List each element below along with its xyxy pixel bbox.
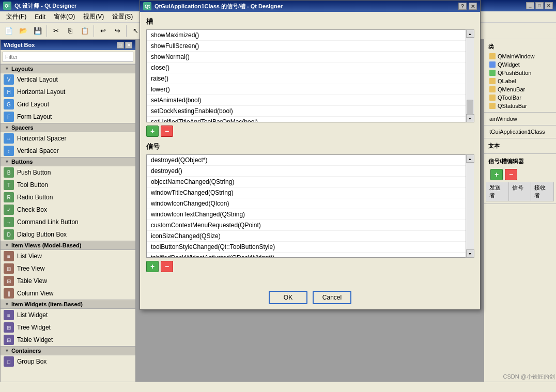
signal-add-button[interactable]: + — [490, 169, 503, 180]
menu-view[interactable]: 视图(V) — [79, 11, 108, 22]
slot-item-setunifiedtitle[interactable]: setUnifiedTitleAndToolBarOnMac(bool) — [147, 117, 473, 122]
widget-list-widget[interactable]: ≡ List Widget — [1, 309, 135, 321]
signal-item-iconsizechanged[interactable]: iconSizeChanged(QSize) — [147, 231, 473, 242]
slot-scroll-up[interactable]: ▲ — [466, 29, 474, 38]
signal-editor-controls: + − — [486, 167, 554, 182]
widget-tool-button[interactable]: T Tool Button — [1, 179, 135, 191]
signal-remove-button[interactable]: − — [505, 169, 517, 180]
widget-box-title-buttons: □ ✕ — [117, 42, 132, 49]
widget-vertical-spacer[interactable]: ↕ Vertical Spacer — [1, 145, 135, 157]
signal-remove-button-2[interactable]: − — [161, 261, 173, 272]
widget-dialog-button-box[interactable]: D Dialog Button Box — [1, 228, 135, 241]
signal-item-destroyed-obj[interactable]: destroyed(QObject*) — [147, 155, 473, 166]
section-containers[interactable]: Containers — [1, 346, 135, 355]
slot-item-raise[interactable]: raise() — [147, 73, 473, 84]
close-button[interactable]: ✕ — [545, 2, 553, 9]
widget-box-float-button[interactable]: □ — [117, 42, 124, 49]
menu-settings[interactable]: 设置(S) — [108, 11, 137, 22]
dialog-help-button[interactable]: ? — [458, 3, 467, 10]
dialog-close-button[interactable]: ✕ — [469, 3, 477, 10]
slot-scroll-thumb[interactable] — [467, 100, 473, 115]
widget-horizontal-spacer[interactable]: ↔ Horizontal Spacer — [1, 132, 135, 145]
undo-button[interactable]: ↩ — [96, 24, 110, 38]
signal-item-toolbuttonstylechanged[interactable]: toolButtonStyleChanged(Qt::ToolButtonSty… — [147, 242, 473, 253]
open-button[interactable]: 📂 — [17, 24, 30, 38]
widget-form-layout[interactable]: F Form Layout — [1, 111, 135, 123]
signal-item-windowtitlechanged[interactable]: windowTitleChanged(QString) — [147, 187, 473, 198]
dialog-button-box-icon: D — [4, 229, 14, 240]
widget-grid-layout[interactable]: G Grid Layout — [1, 98, 135, 111]
cancel-button[interactable]: Cancel — [313, 291, 351, 304]
section-item-widgets[interactable]: Item Widgets (Item-Based) — [1, 300, 135, 309]
copy-button[interactable]: ⎘ — [64, 24, 77, 38]
slot-scroll-down[interactable]: ▼ — [466, 114, 474, 122]
class-item-qmainwindow[interactable]: QMainWindow — [486, 52, 554, 60]
class-item-qpushbutton[interactable]: QPushButton — [486, 69, 554, 77]
minimize-button[interactable]: _ — [526, 2, 534, 9]
dialog-footer: OK Cancel — [140, 285, 480, 310]
class-item-qlabel[interactable]: QLabel — [486, 77, 554, 85]
widget-tree-widget[interactable]: ⊞ Tree Widget — [1, 321, 135, 334]
widget-box-title: Widget Box □ ✕ — [1, 40, 135, 50]
slot-item-lower[interactable]: lower() — [147, 84, 473, 95]
list-view-icon: ≡ — [4, 251, 14, 261]
widget-horizontal-layout[interactable]: H Horizontal Layout — [1, 86, 135, 98]
menu-file[interactable]: 文件(F) — [2, 11, 30, 22]
ok-button[interactable]: OK — [269, 291, 307, 304]
section-spacers[interactable]: Spacers — [1, 123, 135, 132]
maximize-button[interactable]: □ — [535, 2, 544, 9]
signal-item-windowiconchanged[interactable]: windowIconChanged(QIcon) — [147, 198, 473, 209]
class-item-qtoolbar[interactable]: QToolBar — [486, 93, 554, 102]
main-window: Qt Qt 设计师 - Qt Designer _ □ ✕ 文件(F) Edit… — [0, 0, 556, 392]
widget-table-view[interactable]: ⊟ Table View — [1, 275, 135, 287]
slot-item-showmaximized[interactable]: showMaximized() — [147, 30, 473, 41]
section-layouts[interactable]: Layouts — [1, 64, 135, 73]
widget-push-button[interactable]: B Push Button — [1, 166, 135, 179]
signal-item-windowicontextchanged[interactable]: windowIconTextChanged(QString) — [147, 209, 473, 220]
widget-list-view[interactable]: ≡ List View — [1, 250, 135, 262]
slot-remove-button[interactable]: − — [161, 126, 173, 137]
redo-button[interactable]: ↪ — [111, 24, 124, 38]
signal-scroll-down[interactable]: ▼ — [466, 249, 474, 258]
class-item-qstatusbar[interactable]: QStatusBar — [486, 102, 554, 110]
slot-item-setanimated[interactable]: setAnimated(bool) — [147, 95, 473, 106]
new-button[interactable]: 📄 — [2, 24, 16, 38]
menu-edit[interactable]: Edit — [30, 12, 50, 22]
obj-mainwindow[interactable]: ainWindow — [486, 115, 554, 123]
signal-scroll-up[interactable]: ▲ — [466, 154, 474, 163]
command-link-button-icon: → — [4, 217, 14, 227]
widget-command-link-button[interactable]: → Command Link Button — [1, 216, 135, 228]
class-item-qwidget[interactable]: QWidget — [486, 60, 554, 69]
widget-table-widget[interactable]: ⊟ Table Widget — [1, 334, 135, 346]
widget-group-box[interactable]: □ Group Box — [1, 355, 135, 368]
section-buttons[interactable]: Buttons — [1, 157, 135, 166]
section-item-views[interactable]: Item Views (Model-Based) — [1, 241, 135, 250]
signal-item-customcontextmenurequested[interactable]: customContextMenuRequested(QPoint) — [147, 220, 473, 231]
slot-item-setdocknesting[interactable]: setDockNestingEnabled(bool) — [147, 106, 473, 117]
slot-item-shownormal[interactable]: showNormal() — [147, 52, 473, 62]
signal-list[interactable]: destroyed(QObject*) destroyed() objectNa… — [146, 154, 474, 258]
filter-input[interactable] — [3, 52, 133, 62]
cut-button[interactable]: ✂ — [49, 24, 63, 38]
paste-button[interactable]: 📋 — [78, 24, 91, 38]
text-label: 文本 — [486, 140, 554, 151]
menu-form[interactable]: 窗体(O) — [50, 11, 79, 22]
save-button[interactable]: 💾 — [31, 24, 44, 38]
qmenubar-icon — [489, 86, 496, 92]
widget-tree-view[interactable]: ⊞ Tree View — [1, 262, 135, 275]
signal-item-objectnamechanged[interactable]: objectNameChanged(QString) — [147, 177, 473, 187]
obj-appclass[interactable]: tGuiApplication1Class — [486, 128, 554, 136]
widget-check-box[interactable]: ✓ Check Box — [1, 203, 135, 216]
widget-column-view[interactable]: ∥ Column View — [1, 287, 135, 300]
class-item-qmenubar[interactable]: QMenuBar — [486, 85, 554, 93]
signal-add-button-2[interactable]: + — [146, 261, 159, 272]
widget-vertical-layout[interactable]: V Vertical Layout — [1, 73, 135, 86]
slot-item-close[interactable]: close() — [147, 62, 473, 73]
widget-box-close-button[interactable]: ✕ — [125, 42, 132, 49]
signal-item-destroyed[interactable]: destroyed() — [147, 166, 473, 177]
slot-item-showfullscreen[interactable]: showFullScreen() — [147, 41, 473, 52]
slot-add-button[interactable]: + — [146, 126, 159, 137]
signal-item-tabifieddockwidget[interactable]: tabifiedDockWidgetActivated(QDockWidget*… — [147, 253, 473, 258]
slot-list[interactable]: showMaximized() showFullScreen() showNor… — [146, 29, 474, 122]
widget-radio-button[interactable]: R Radio Button — [1, 191, 135, 203]
